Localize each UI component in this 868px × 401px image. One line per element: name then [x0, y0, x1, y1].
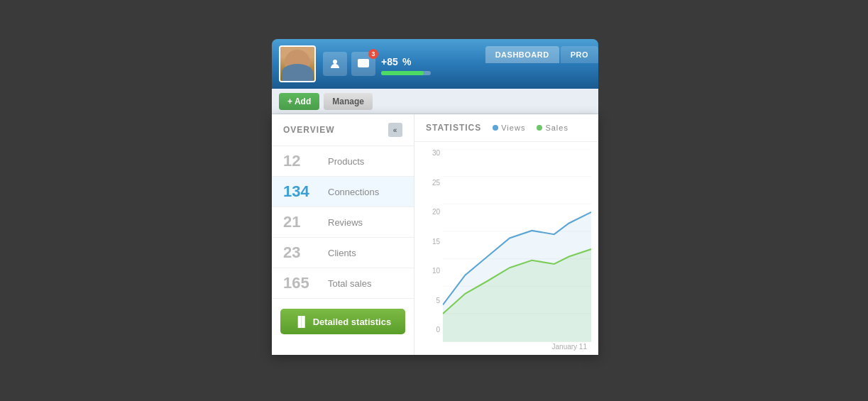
y-axis: 30 25 20 15 10 5 0: [426, 149, 440, 334]
legend-label-views: Views: [501, 123, 525, 132]
overview-header: OVERVIEW «: [272, 114, 414, 146]
avatar-body: [282, 64, 313, 81]
page-wrapper: 3 +85 % DASHBOARD PRO + Add M: [0, 0, 868, 401]
y-label-15: 15: [426, 238, 440, 246]
stat-number-reviews: 21: [283, 214, 322, 230]
stat-label-clients: Clients: [328, 248, 356, 258]
detailed-stats-label: Detailed statistics: [313, 317, 392, 327]
y-label-30: 30: [426, 149, 440, 157]
y-label-5: 5: [426, 297, 440, 304]
stat-clients[interactable]: 23 Clients: [272, 238, 414, 268]
legend-dot-views: [493, 125, 498, 131]
stat-number-clients: 23: [283, 245, 322, 260]
y-label-10: 10: [426, 267, 440, 275]
nav-tabs: DASHBOARD PRO: [485, 46, 598, 63]
main-container: 3 +85 % DASHBOARD PRO + Add M: [272, 39, 598, 355]
chart-area: 30 25 20 15 10 5 0: [414, 142, 598, 355]
stat-label-products: Products: [328, 156, 364, 167]
y-label-0: 0: [426, 326, 440, 334]
tab-pro[interactable]: PRO: [561, 46, 598, 63]
stat-connections[interactable]: 134 Connections: [272, 177, 414, 207]
percent-value: +85 %: [381, 53, 411, 68]
svg-rect-1: [358, 59, 369, 67]
legend-sales: Sales: [537, 123, 568, 132]
legend-label-sales: Sales: [545, 123, 568, 132]
action-bar: + Add Manage: [272, 89, 598, 114]
stat-number-total-sales: 165: [283, 275, 322, 291]
avatar-image: [280, 47, 314, 81]
overview-title: OVERVIEW: [283, 125, 334, 135]
header-icons: 3: [323, 52, 375, 76]
progress-bar-wrap: [381, 71, 431, 75]
stat-label-connections: Connections: [328, 187, 379, 197]
stat-label-total-sales: Total sales: [328, 278, 371, 289]
stat-products[interactable]: 12 Products: [272, 146, 414, 177]
chart-svg: [443, 149, 591, 342]
stat-number-connections: 134: [283, 184, 322, 199]
stat-total-sales[interactable]: 165 Total sales: [272, 268, 414, 299]
percent-sym: %: [402, 56, 411, 67]
chart-bar-icon: ▐▌: [295, 316, 309, 327]
stat-number-products: 12: [283, 153, 322, 169]
stat-reviews[interactable]: 21 Reviews: [272, 207, 414, 238]
message-icon-button[interactable]: 3: [351, 52, 375, 76]
y-label-25: 25: [426, 179, 440, 187]
manage-button[interactable]: Manage: [324, 93, 373, 110]
profile-icon-button[interactable]: [323, 52, 347, 76]
overview-panel: OVERVIEW « 12 Products 134 Connections 2…: [272, 114, 414, 355]
tab-dashboard[interactable]: DASHBOARD: [485, 46, 559, 63]
stat-label-reviews: Reviews: [328, 217, 363, 228]
collapse-button[interactable]: «: [388, 123, 402, 137]
x-axis-label: January 11: [552, 343, 587, 351]
svg-point-0: [333, 60, 337, 64]
avatar: [279, 45, 316, 82]
statistics-panel: STATISTICS Views Sales 30 25: [414, 114, 598, 355]
detailed-stats-button[interactable]: ▐▌ Detailed statistics: [280, 309, 405, 334]
statistics-header: STATISTICS Views Sales: [414, 114, 598, 142]
header-bar: 3 +85 % DASHBOARD PRO: [272, 39, 598, 89]
legend-dot-sales: [537, 125, 542, 131]
y-label-20: 20: [426, 208, 440, 216]
percent-number: +85: [381, 56, 398, 67]
views-fill-area: [443, 212, 591, 342]
progress-bar-fill: [381, 71, 424, 75]
content-area: OVERVIEW « 12 Products 134 Connections 2…: [272, 114, 598, 355]
notification-badge: 3: [368, 49, 378, 59]
percent-display: +85 %: [381, 53, 431, 75]
statistics-title: STATISTICS: [426, 123, 481, 133]
legend-views: Views: [493, 123, 525, 132]
add-button[interactable]: + Add: [279, 93, 319, 110]
